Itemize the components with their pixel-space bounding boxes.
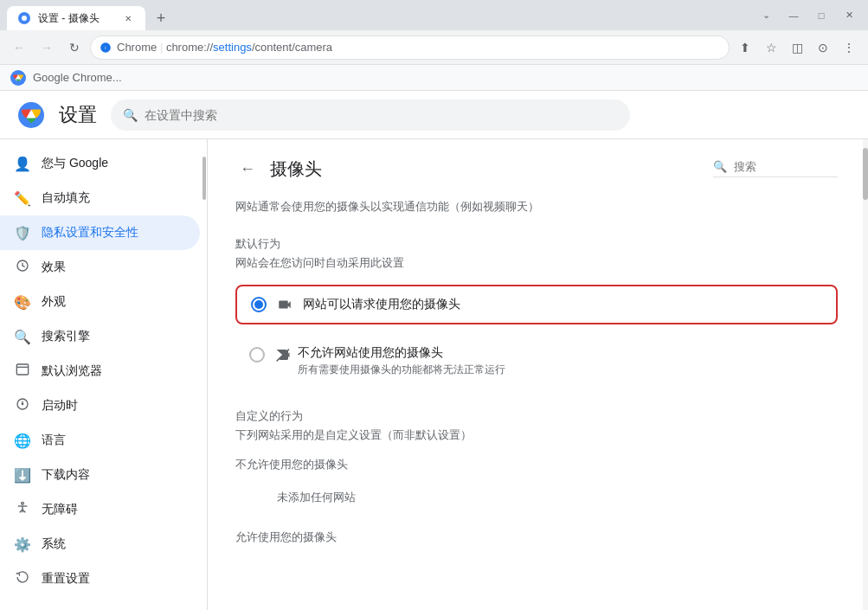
sidebar-item-google[interactable]: 👤 您与 Google <box>0 146 200 181</box>
google-chrome-logo <box>10 70 26 86</box>
content-area: ← 摄像头 🔍 网站通常会使用您的摄像头以实现通信功能（例如视频聊天） 默认行为… <box>208 139 868 610</box>
sidebar-item-appearance[interactable]: 🎨 外观 <box>0 285 200 319</box>
block-section-label: 不允许使用您的摄像头 <box>235 457 838 472</box>
radio-dot-allow <box>254 300 263 309</box>
settings-search-bar[interactable]: 🔍 <box>111 100 630 131</box>
tab-title: 设置 - 摄像头 <box>38 11 114 26</box>
extensions-button[interactable]: ◫ <box>785 35 809 60</box>
refresh-button[interactable]: ↻ <box>62 35 87 60</box>
camera-blocked-icon <box>275 347 291 363</box>
minimize-button[interactable]: — <box>781 3 806 28</box>
allow-subsection: 允许使用您的摄像头 <box>235 530 838 545</box>
sidebar-label-performance: 效果 <box>42 260 66 275</box>
custom-behavior-sublabel: 下列网站采用的是自定义设置（而非默认设置） <box>235 427 838 443</box>
radio-option-block[interactable]: 不允许网站使用您的摄像头 所有需要使用摄像头的功能都将无法正常运行 <box>235 335 838 388</box>
app-header-title: Google Chrome... <box>33 71 122 84</box>
close-button[interactable]: ✕ <box>837 3 861 28</box>
profile-button[interactable]: ⊙ <box>811 35 835 60</box>
block-subsection: 不允许使用您的摄像头 未添加任何网站 <box>235 457 838 516</box>
chevron-down-button[interactable]: ⌄ <box>754 3 778 28</box>
forward-button[interactable]: → <box>35 35 59 60</box>
content-inner: ← 摄像头 🔍 网站通常会使用您的摄像头以实现通信功能（例如视频聊天） 默认行为… <box>208 139 865 580</box>
svg-text:i: i <box>105 45 106 50</box>
sidebar-item-language[interactable]: 🌐 语言 <box>0 423 200 458</box>
sidebar-item-autofill[interactable]: ✏️ 自动填充 <box>0 181 200 215</box>
lock-icon: i <box>100 42 112 54</box>
url-highlight: settings <box>213 41 252 54</box>
toolbar-actions: ⬆ ☆ ◫ ⊙ ⋮ <box>733 35 861 60</box>
menu-button[interactable]: ⋮ <box>837 35 861 60</box>
content-header: ← 摄像头 🔍 <box>235 153 838 181</box>
svg-point-13 <box>22 403 23 404</box>
sidebar-label-appearance: 外观 <box>42 294 66 310</box>
sidebar: 👤 您与 Google ✏️ 自动填充 🛡️ 隐私设置和安全性 效果 🎨 外观 … <box>0 139 208 610</box>
app-header: Google Chrome... <box>0 65 868 91</box>
share-button[interactable]: ⬆ <box>733 35 757 60</box>
back-button[interactable]: ← <box>7 35 31 60</box>
sidebar-label-system: 系统 <box>42 536 66 552</box>
content-search: 🔍 <box>713 160 838 177</box>
url-separator: | <box>160 41 166 54</box>
scrollbar-thumb[interactable] <box>863 148 868 200</box>
sidebar-item-system[interactable]: ⚙️ 系统 <box>0 527 200 562</box>
browser-toolbar: ← → ↻ i Chrome | chrome://settings/conte… <box>0 30 868 65</box>
startup-icon <box>14 397 31 414</box>
sidebar-scrollbar-track <box>203 139 208 610</box>
sidebar-item-search[interactable]: 🔍 搜索引擎 <box>0 319 200 354</box>
download-icon: ⬇️ <box>14 467 31 484</box>
sidebar-item-performance[interactable]: 效果 <box>0 250 200 285</box>
sidebar-label-accessibility: 无障碍 <box>42 502 78 517</box>
bookmark-button[interactable]: ☆ <box>759 35 783 60</box>
url-protocol: chrome:// <box>166 41 213 54</box>
settings-page-title: 设置 <box>59 102 97 128</box>
sidebar-item-reset[interactable]: 重置设置 <box>0 562 200 596</box>
maximize-button[interactable]: □ <box>809 3 833 28</box>
radio-button-block[interactable] <box>249 347 265 363</box>
tab-favicon <box>17 11 31 25</box>
svg-point-14 <box>22 502 24 504</box>
svg-rect-9 <box>16 364 28 375</box>
url-chrome-text: Chrome <box>117 41 157 54</box>
allow-section-label: 允许使用您的摄像头 <box>235 530 838 545</box>
svg-point-1 <box>22 16 27 21</box>
block-option-content: 不允许网站使用您的摄像头 所有需要使用摄像头的功能都将无法正常运行 <box>275 345 505 377</box>
sidebar-label-privacy: 隐私设置和安全性 <box>42 225 138 241</box>
settings-search-input[interactable] <box>145 108 618 122</box>
settings-header: 设置 🔍 <box>0 91 868 139</box>
sidebar-item-browser[interactable]: 默认浏览器 <box>0 354 200 388</box>
tab-close-button[interactable]: ✕ <box>121 11 135 25</box>
titlebar: 设置 - 摄像头 ✕ + ⌄ — □ ✕ <box>0 0 868 30</box>
sidebar-item-accessibility[interactable]: 无障碍 <box>0 492 200 527</box>
tab-bar: 设置 - 摄像头 ✕ + <box>0 0 747 30</box>
autofill-icon: ✏️ <box>14 190 31 207</box>
content-search-input[interactable] <box>734 160 838 173</box>
back-button[interactable]: ← <box>235 157 260 181</box>
custom-behavior-section: 自定义的行为 下列网站采用的是自定义设置（而非默认设置） 不允许使用您的摄像头 … <box>235 408 838 545</box>
custom-behavior-label: 自定义的行为 <box>235 408 838 424</box>
content-header-left: ← 摄像头 <box>235 157 322 181</box>
content-search-icon: 🔍 <box>713 160 727 173</box>
default-behavior-label: 默认行为 <box>235 236 838 252</box>
sidebar-label-startup: 启动时 <box>42 398 78 414</box>
new-tab-button[interactable]: + <box>149 6 173 30</box>
settings-chrome-logo <box>17 101 45 129</box>
sidebar-item-startup[interactable]: 启动时 <box>0 388 200 423</box>
settings-search-icon: 🔍 <box>123 108 138 122</box>
address-bar[interactable]: i Chrome | chrome://settings/content/cam… <box>90 35 730 60</box>
sidebar-label-download: 下载内容 <box>42 467 90 483</box>
radio-button-allow[interactable] <box>251 297 267 312</box>
sidebar-item-privacy[interactable]: 🛡️ 隐私设置和安全性 <box>0 215 200 250</box>
appearance-icon: 🎨 <box>14 294 31 311</box>
default-behavior-sublabel: 网站会在您访问时自动采用此设置 <box>235 255 838 271</box>
system-icon: ⚙️ <box>14 536 31 553</box>
sidebar-item-download[interactable]: ⬇️ 下载内容 <box>0 458 200 492</box>
language-icon: 🌐 <box>14 433 31 449</box>
performance-icon <box>14 259 31 276</box>
person-icon: 👤 <box>14 156 31 172</box>
reset-icon <box>14 570 31 588</box>
radio-label-allow: 网站可以请求使用您的摄像头 <box>303 297 460 312</box>
active-tab: 设置 - 摄像头 ✕ <box>7 6 145 30</box>
camera-description: 网站通常会使用您的摄像头以实现通信功能（例如视频聊天） <box>235 198 838 215</box>
radio-option-allow[interactable]: 网站可以请求使用您的摄像头 <box>235 285 838 324</box>
sidebar-scrollbar-thumb[interactable] <box>203 157 206 200</box>
